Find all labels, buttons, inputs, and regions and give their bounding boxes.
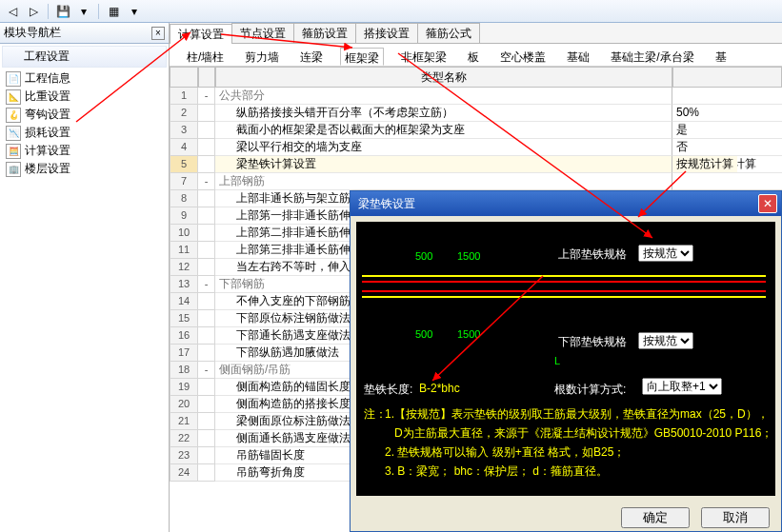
- close-icon[interactable]: ✕: [758, 194, 777, 213]
- forward-icon[interactable]: ▷: [25, 3, 42, 20]
- dialog-title: 梁垫铁设置: [358, 196, 415, 212]
- row-value[interactable]: [672, 173, 782, 190]
- secondary-tab[interactable]: 基: [712, 48, 731, 66]
- nav-item[interactable]: 🏢楼层设置: [0, 160, 169, 178]
- pad-iron-dialog: 梁垫铁设置 ✕ 500 1500 上部垫铁规格 按规范 500 1500 下部垫…: [350, 190, 782, 532]
- primary-tab[interactable]: 箍筋公式: [417, 23, 480, 43]
- item-icon: 📉: [6, 126, 21, 141]
- back-icon[interactable]: ◁: [4, 3, 21, 20]
- bot-spec-label: 下部垫铁规格: [558, 334, 627, 350]
- item-label: 比重设置: [25, 89, 70, 105]
- nav-item[interactable]: 🪝弯钩设置: [0, 106, 169, 124]
- grid-row[interactable]: 1 - 公共部分: [170, 88, 782, 105]
- grid-row[interactable]: 5 梁垫铁计算设置 按规范计算: [170, 156, 737, 173]
- item-label: 弯钩设置: [25, 107, 70, 123]
- row-value[interactable]: [672, 88, 782, 105]
- secondary-tab[interactable]: 柱/墙柱: [183, 48, 228, 66]
- row-value[interactable]: 是: [672, 122, 782, 139]
- row-label: 纵筋搭接接头错开百分率（不考虑架立筋）: [215, 105, 672, 122]
- module-nav-panel: 模块导航栏 × 工程设置 📄工程信息📐比重设置🪝弯钩设置📉损耗设置🧮计算设置🏢楼…: [0, 23, 170, 532]
- ok-button[interactable]: 确定: [621, 507, 690, 528]
- primary-tab[interactable]: 节点设置: [231, 23, 294, 43]
- root-calc-label: 根数计算方式:: [554, 382, 626, 398]
- item-icon: 🧮: [6, 144, 21, 159]
- secondary-tab[interactable]: 剪力墙: [241, 48, 283, 66]
- item-icon: 🪝: [6, 108, 21, 123]
- item-icon: 📐: [6, 89, 21, 105]
- tree-header: 工程设置: [2, 46, 167, 68]
- secondary-tab[interactable]: 基础: [563, 48, 593, 66]
- grid-row[interactable]: 4 梁以平行相交的墙为支座 否: [170, 139, 782, 156]
- secondary-tab[interactable]: 板: [464, 48, 483, 66]
- row-label: 梁垫铁计算设置: [215, 156, 672, 173]
- panel-title: 模块导航栏: [4, 25, 61, 41]
- bot-spec-select[interactable]: 按规范: [638, 332, 693, 349]
- row-value[interactable]: 50%: [672, 105, 782, 122]
- settings-icon[interactable]: ▦: [105, 3, 122, 20]
- secondary-tab[interactable]: 基础主梁/承台梁: [607, 48, 697, 66]
- row-value[interactable]: 按规范计算: [672, 156, 737, 173]
- nav-tree: 工程设置 📄工程信息📐比重设置🪝弯钩设置📉损耗设置🧮计算设置🏢楼层设置: [0, 44, 169, 180]
- close-icon[interactable]: ×: [151, 27, 165, 40]
- item-label: 楼层设置: [25, 161, 70, 177]
- top-spec-select[interactable]: 按规范: [638, 245, 693, 262]
- save-icon[interactable]: 💾: [54, 3, 71, 20]
- row-label: 梁以平行相交的墙为支座: [215, 139, 672, 156]
- row-label: 截面小的框架梁是否以截面大的框架梁为支座: [215, 122, 672, 139]
- nav-item[interactable]: 📄工程信息: [0, 69, 169, 88]
- row-label: 上部钢筋: [215, 173, 672, 190]
- primary-tab[interactable]: 箍筋设置: [293, 23, 356, 43]
- row-value[interactable]: 否: [672, 139, 782, 156]
- nav-item[interactable]: 🧮计算设置: [0, 142, 169, 160]
- chevron-down-icon[interactable]: ▾: [75, 3, 92, 20]
- secondary-tabs: 柱/墙柱剪力墙连梁框架梁非框架梁板空心楼盖基础基础主梁/承台梁基: [170, 44, 782, 67]
- root-calc-select[interactable]: 向上取整+1: [642, 378, 722, 395]
- primary-tab[interactable]: 计算设置: [170, 24, 232, 44]
- secondary-tab[interactable]: 空心楼盖: [496, 48, 550, 66]
- secondary-tab[interactable]: 框架梁: [340, 48, 384, 66]
- grid-row[interactable]: 3 截面小的框架梁是否以截面大的框架梁为支座 是: [170, 122, 782, 139]
- secondary-tab[interactable]: 连梁: [296, 48, 327, 66]
- chevron-down-icon[interactable]: ▾: [126, 3, 143, 20]
- item-icon: 🏢: [6, 162, 21, 177]
- col-header-type: 类型名称: [215, 67, 672, 88]
- length-value: B-2*bhc: [419, 382, 460, 395]
- row-label: 公共部分: [215, 88, 672, 105]
- cancel-button[interactable]: 取消: [701, 507, 770, 528]
- nav-item[interactable]: 📉损耗设置: [0, 124, 169, 142]
- top-spec-label: 上部垫铁规格: [558, 246, 627, 263]
- item-label: 损耗设置: [25, 125, 70, 141]
- item-icon: 📄: [6, 71, 21, 87]
- length-label: 垫铁长度:: [364, 382, 412, 398]
- item-label: 计算设置: [25, 143, 70, 159]
- item-label: 工程信息: [25, 70, 70, 87]
- primary-tabs: 计算设置节点设置箍筋设置搭接设置箍筋公式: [170, 23, 782, 44]
- grid-row[interactable]: 7 - 上部钢筋: [170, 173, 782, 190]
- secondary-tab[interactable]: 非框架梁: [397, 48, 451, 66]
- top-toolbar: ◁ ▷ 💾 ▾ ▦ ▾: [0, 0, 782, 23]
- primary-tab[interactable]: 搭接设置: [355, 23, 418, 43]
- nav-item[interactable]: 📐比重设置: [0, 88, 169, 106]
- grid-row[interactable]: 2 纵筋搭接接头错开百分率（不考虑架立筋） 50%: [170, 105, 782, 122]
